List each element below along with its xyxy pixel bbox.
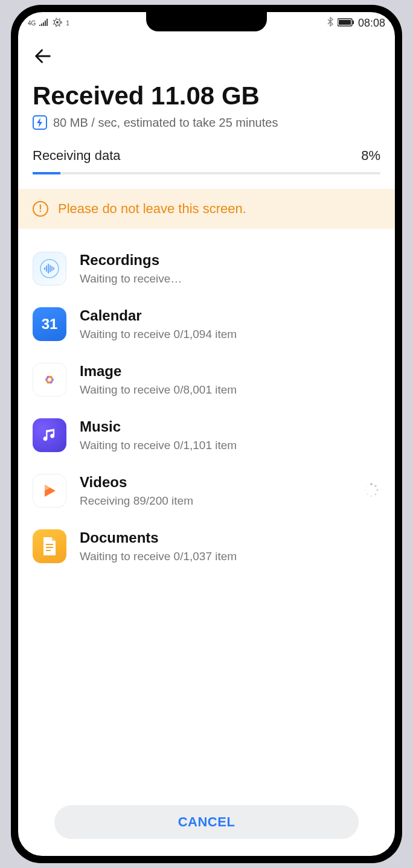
calendar-icon: 31 [33, 307, 66, 341]
warning-text: Please do not leave this screen. [58, 201, 246, 217]
documents-icon [33, 529, 66, 563]
item-status: Receiving 89/200 item [80, 494, 350, 508]
list-item: Music Waiting to receive 0/1,101 item [18, 407, 395, 463]
item-status: Waiting to receive 0/1,094 item [80, 328, 380, 341]
svg-point-23 [375, 494, 376, 495]
list-item: Image Waiting to receive 0/8,001 item [18, 352, 395, 407]
item-status: Waiting to receive 0/1,037 item [80, 550, 380, 563]
svg-point-21 [374, 485, 376, 487]
svg-point-6 [40, 260, 59, 278]
item-title: Image [80, 363, 380, 380]
item-title: Documents [80, 529, 380, 546]
notch [146, 12, 267, 31]
svg-point-27 [367, 485, 368, 487]
loading-spinner-icon [363, 482, 380, 499]
progress-label: Receiving data [33, 148, 121, 164]
item-title: Calendar [80, 307, 380, 324]
svg-point-20 [370, 483, 373, 485]
battery-icon [338, 17, 354, 30]
progress-bar [33, 172, 380, 174]
recordings-icon [33, 252, 66, 286]
cancel-button[interactable]: CANCEL [54, 805, 359, 839]
warning-banner: ! Please do not leave this screen. [18, 189, 395, 229]
svg-point-25 [367, 494, 368, 495]
signal-4g-label: 4G [28, 20, 36, 27]
svg-point-22 [377, 490, 379, 491]
bolt-icon [33, 115, 47, 130]
progress-fill [33, 172, 60, 174]
hotspot-icon [53, 18, 62, 29]
list-item: 31 Calendar Waiting to receive 0/1,094 i… [18, 296, 395, 352]
music-icon [33, 418, 66, 452]
svg-point-26 [365, 490, 366, 491]
svg-point-19 [48, 378, 51, 381]
svg-point-24 [371, 496, 372, 497]
transfer-list: Recordings Waiting to receive… 31 Calend… [18, 229, 395, 793]
item-status: Waiting to receive 0/1,101 item [80, 439, 380, 452]
list-item: Recordings Waiting to receive… [18, 241, 395, 296]
status-time: 08:08 [358, 17, 385, 30]
transfer-rate: 80 MB / sec, estimated to take 25 minute… [53, 116, 278, 130]
page-title: Received 11.08 GB [33, 81, 380, 110]
svg-rect-4 [339, 20, 351, 25]
item-status: Waiting to receive… [80, 272, 380, 286]
bluetooth-icon [327, 17, 334, 30]
progress-percent: 8% [361, 148, 380, 164]
list-item: Videos Receiving 89/200 item [18, 463, 395, 519]
videos-icon [33, 474, 66, 508]
hotspot-badge: 1 [66, 20, 69, 27]
back-icon[interactable] [33, 49, 53, 71]
item-status: Waiting to receive 0/8,001 item [80, 383, 380, 397]
svg-point-0 [56, 21, 59, 24]
item-title: Music [80, 418, 380, 435]
list-item: Documents Waiting to receive 0/1,037 ite… [18, 519, 395, 574]
signal-icon [39, 19, 49, 28]
gallery-icon [33, 363, 66, 397]
item-title: Recordings [80, 252, 380, 269]
warning-icon: ! [33, 201, 48, 217]
item-title: Videos [80, 474, 350, 491]
svg-rect-5 [353, 21, 354, 24]
